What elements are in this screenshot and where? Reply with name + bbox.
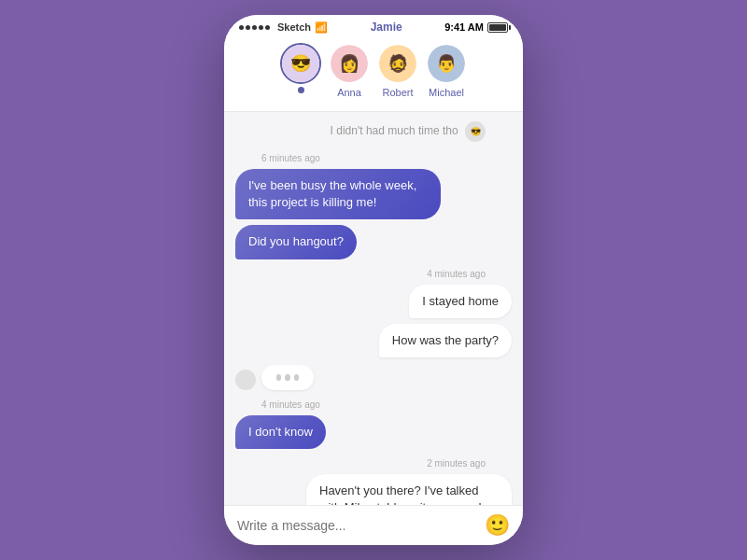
avatar-indicator-main [298, 87, 304, 93]
msg-row-3: I stayed home [235, 285, 512, 318]
timestamp-2min-right: 2 minutes ago [261, 458, 486, 469]
status-right: 9:41 AM [444, 21, 508, 33]
truncated-message: I didn't had much time tho 😎 [235, 119, 512, 146]
avatar-item-michael[interactable]: 👨 Michael [426, 43, 467, 98]
avatar-img-anna: 👩 [331, 45, 368, 82]
emoji-button[interactable]: 🙂 [485, 513, 510, 538]
avatar-img-main: 😎 [282, 45, 319, 82]
app-name: Sketch [277, 21, 311, 33]
battery-icon [487, 22, 508, 33]
chat-header: 😎 👩 Anna 🧔 Robert 👨 [224, 37, 523, 112]
message-input[interactable] [237, 518, 477, 533]
msg-row-2: Did you hangout? [235, 225, 512, 259]
msg-row-5: I don't know [235, 415, 512, 449]
avatar-circle-robert: 🧔 [377, 43, 418, 84]
avatar-item-robert[interactable]: 🧔 Robert [377, 43, 418, 98]
bubble-5: I don't know [235, 415, 326, 449]
avatar-name-robert: Robert [382, 87, 413, 98]
typing-row [235, 365, 512, 390]
avatar-item-anna[interactable]: 👩 Anna [329, 43, 370, 98]
avatar-name-michael: Michael [429, 87, 464, 98]
input-bar: 🙂 [224, 505, 523, 545]
timestamp-4min-left: 4 minutes ago [261, 399, 486, 410]
bubble-1: I've been busy the whole week, this proj… [235, 169, 441, 219]
typing-dot-2 [285, 374, 289, 381]
status-left: Sketch 📶 [239, 21, 328, 34]
bubble-2: Did you hangout? [235, 225, 357, 259]
typing-dot-1 [276, 374, 281, 381]
timestamp-6min: 6 minutes ago [261, 153, 486, 163]
avatar-item-main[interactable]: 😎 [280, 43, 321, 98]
signal-dots [239, 25, 270, 30]
avatar-circle-anna: 👩 [329, 43, 370, 84]
msg-row-6: Haven't you there? I've talked with Mike… [235, 474, 512, 505]
status-bar: Sketch 📶 Jamie 9:41 AM [224, 15, 523, 37]
timestamp-4min-right: 4 minutes ago [261, 269, 486, 279]
bubble-6: Haven't you there? I've talked with Mike… [306, 474, 512, 505]
avatar-circle-michael: 👨 [426, 43, 467, 84]
typing-avatar [235, 370, 256, 390]
msg-row-1: I've been busy the whole week, this proj… [235, 169, 512, 219]
wifi-icon: 📶 [315, 21, 328, 34]
avatar-img-robert: 🧔 [379, 45, 416, 82]
bubble-3: I stayed home [409, 285, 512, 318]
avatars-row: 😎 👩 Anna 🧔 Robert 👨 [239, 43, 508, 98]
time: 9:41 AM [444, 21, 484, 33]
chat-name: Jamie [371, 21, 402, 34]
typing-indicator [261, 365, 314, 390]
avatar-circle-main: 😎 [280, 43, 321, 84]
avatar-small-right: 😎 [465, 121, 486, 142]
phone-frame: Sketch 📶 Jamie 9:41 AM 😎 👩 [224, 15, 523, 545]
avatar-img-michael: 👨 [428, 45, 465, 82]
avatar-name-anna: Anna [337, 87, 361, 98]
bubble-4: How was the party? [379, 324, 512, 357]
typing-dot-3 [294, 374, 299, 381]
msg-row-4: How was the party? [235, 324, 512, 357]
chat-area: I didn't had much time tho 😎 6 minutes a… [224, 112, 523, 505]
